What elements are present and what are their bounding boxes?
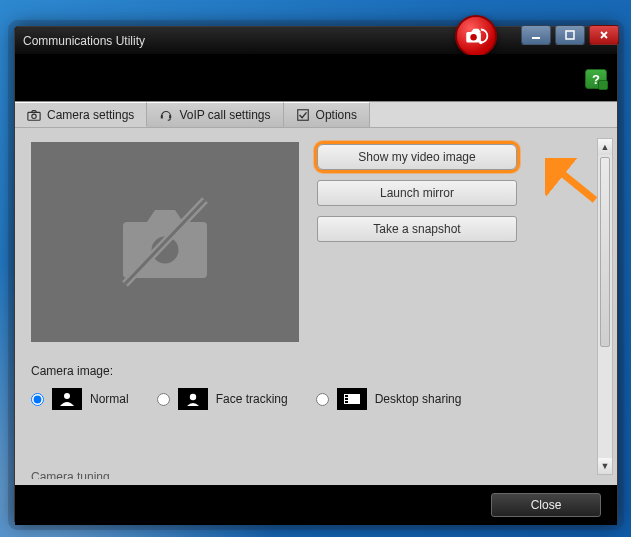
radio-normal[interactable]: Normal: [31, 388, 129, 410]
tab-label: Camera settings: [47, 108, 134, 122]
maximize-icon: [565, 30, 575, 40]
minimize-icon: [531, 30, 541, 40]
normal-icon: [52, 388, 82, 410]
window-controls: [521, 25, 619, 45]
radio-desktop-sharing[interactable]: Desktop sharing: [316, 388, 462, 410]
close-icon: [599, 30, 609, 40]
tab-options[interactable]: Options: [284, 102, 370, 127]
content-panel: Show my video image Launch mirror Take a…: [15, 127, 617, 485]
tab-label: VoIP call settings: [179, 108, 270, 122]
video-preview: [31, 142, 299, 342]
svg-rect-21: [345, 401, 348, 403]
scroll-up-button[interactable]: ▲: [598, 139, 612, 155]
tab-camera-settings[interactable]: Camera settings: [15, 102, 147, 127]
svg-point-6: [32, 114, 36, 118]
svg-point-2: [479, 41, 483, 45]
checkbox-icon: [296, 108, 310, 122]
face-tracking-icon: [178, 388, 208, 410]
svg-rect-19: [345, 395, 348, 397]
svg-rect-7: [161, 115, 163, 119]
no-camera-icon: [105, 192, 225, 292]
tab-voip-settings[interactable]: VoIP call settings: [147, 102, 283, 127]
help-icon: ?: [592, 72, 600, 87]
desktop-sharing-icon: [337, 388, 367, 410]
app-window: Communications Utility ? Camera settings…: [14, 26, 618, 524]
scroll-down-button[interactable]: ▼: [598, 458, 612, 474]
headset-icon: [159, 108, 173, 122]
svg-rect-8: [169, 115, 171, 119]
svg-point-16: [64, 393, 70, 399]
radio-label: Face tracking: [216, 392, 288, 406]
minimize-button[interactable]: [521, 25, 551, 45]
svg-rect-20: [345, 398, 348, 400]
truncated-section-label: Camera tuning: [31, 470, 110, 479]
top-strip: ?: [15, 55, 617, 101]
app-badge: [455, 15, 497, 57]
take-snapshot-button[interactable]: Take a snapshot: [317, 216, 517, 242]
svg-rect-4: [566, 31, 574, 39]
radio-input[interactable]: [157, 393, 170, 406]
tab-label: Options: [316, 108, 357, 122]
radio-label: Desktop sharing: [375, 392, 462, 406]
tab-row: Camera settings VoIP call settings Optio…: [15, 101, 617, 127]
radio-input[interactable]: [316, 393, 329, 406]
radio-label: Normal: [90, 392, 129, 406]
close-button[interactable]: Close: [491, 493, 601, 517]
camera-headset-icon: [463, 23, 489, 49]
scroll-thumb[interactable]: [600, 157, 610, 347]
help-button[interactable]: ?: [585, 69, 607, 89]
radio-face-tracking[interactable]: Face tracking: [157, 388, 288, 410]
svg-point-1: [470, 34, 477, 41]
window-close-button[interactable]: [589, 25, 619, 45]
camera-image-section: Camera image: Normal Face tracking: [31, 364, 589, 410]
annotation-arrow-icon: [545, 158, 605, 208]
svg-rect-3: [532, 37, 540, 39]
camera-icon: [27, 108, 41, 122]
svg-point-17: [189, 394, 195, 400]
section-label: Camera image:: [31, 364, 589, 378]
svg-rect-9: [297, 110, 308, 121]
radio-row: Normal Face tracking Desktop sharing: [31, 388, 589, 410]
maximize-button[interactable]: [555, 25, 585, 45]
vertical-scrollbar[interactable]: ▲ ▼: [597, 138, 613, 475]
action-buttons: Show my video image Launch mirror Take a…: [317, 142, 517, 475]
footer: Close: [15, 485, 617, 525]
show-video-button[interactable]: Show my video image: [317, 144, 517, 170]
launch-mirror-button[interactable]: Launch mirror: [317, 180, 517, 206]
radio-input[interactable]: [31, 393, 44, 406]
svg-line-15: [553, 166, 595, 200]
